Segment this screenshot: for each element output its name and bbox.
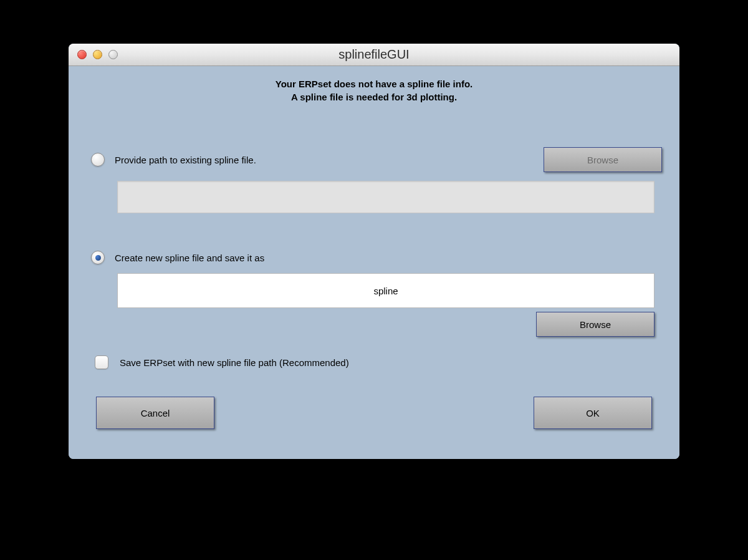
ok-button[interactable]: OK: [534, 397, 652, 429]
dialog-heading: Your ERPset does not have a spline file …: [86, 77, 662, 104]
heading-line-2: A spline file is needed for 3d plotting.: [86, 90, 662, 104]
browse-existing-button[interactable]: Browse: [544, 147, 662, 172]
save-erpset-checkbox[interactable]: [95, 355, 108, 369]
create-spline-filename-input[interactable]: [324, 286, 448, 296]
traffic-lights: [69, 50, 118, 59]
save-erpset-row: Save ERPset with new spline file path (R…: [95, 355, 662, 369]
browse-create-row: Browse: [86, 312, 654, 337]
option-existing-label: Provide path to existing spline file.: [115, 155, 256, 165]
save-erpset-label: Save ERPset with new spline file path (R…: [120, 357, 349, 368]
titlebar: splinefileGUI: [69, 44, 679, 66]
existing-spline-path-input[interactable]: [117, 181, 654, 213]
radio-selected-dot-icon: [95, 255, 101, 261]
cancel-button[interactable]: Cancel: [96, 397, 214, 429]
create-spline-filename-field[interactable]: [117, 273, 654, 308]
option-create-label: Create new spline file and save it as: [115, 253, 264, 263]
radio-existing-spline[interactable]: [91, 153, 105, 167]
radio-create-spline[interactable]: [91, 251, 105, 264]
option-existing-row: Provide path to existing spline file. Br…: [86, 147, 662, 172]
option-create: Create new spline file and save it as: [91, 251, 662, 264]
window-title: splinefileGUI: [69, 47, 679, 62]
dialog-content: Your ERPset does not have a spline file …: [69, 66, 679, 459]
maximize-icon[interactable]: [108, 50, 118, 59]
option-existing: Provide path to existing spline file.: [91, 153, 256, 167]
dialog-footer: Cancel OK: [86, 397, 662, 429]
close-icon[interactable]: [77, 50, 87, 59]
browse-create-button[interactable]: Browse: [536, 312, 654, 337]
minimize-icon[interactable]: [93, 50, 102, 59]
dialog-window: splinefileGUI Your ERPset does not have …: [69, 44, 679, 459]
heading-line-1: Your ERPset does not have a spline file …: [86, 77, 662, 90]
